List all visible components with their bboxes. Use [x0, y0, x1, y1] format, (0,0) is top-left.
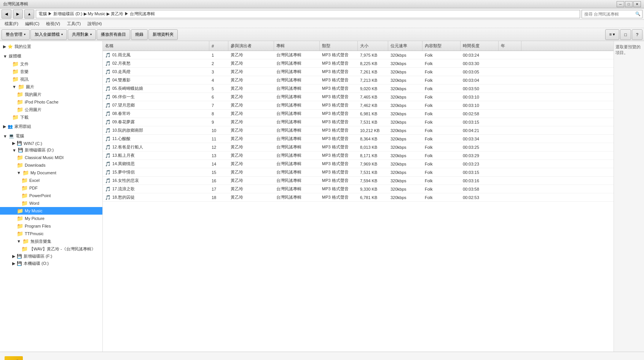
- view-options-button[interactable]: ≡ ▾: [605, 29, 619, 40]
- add-media-button[interactable]: 加入全媒體檔 ▾: [30, 29, 67, 40]
- new-folder-button[interactable]: 新增資料夾: [148, 29, 178, 40]
- sidebar-media-header[interactable]: ▼ 媒體櫃: [0, 52, 102, 60]
- table-row[interactable]: 🎵 15.夢中情侶 15 黃乙玲 台灣民謠專輯 MP3 格式聲音 7,531 K…: [103, 168, 614, 177]
- table-row[interactable]: 🎵 01.雨北風 1 黃乙玲 台灣民謠專輯 MP3 格式聲音 7,975 KB …: [103, 51, 614, 59]
- sidebar-item-pictures[interactable]: ▼ 📁 圖片: [0, 83, 102, 91]
- file-duration: 00:03:34: [461, 137, 499, 141]
- col-album[interactable]: 專輯: [274, 41, 320, 51]
- file-size: 6,981 KB: [358, 112, 388, 116]
- sidebar-item-my-picture[interactable]: 📁 My Picture: [0, 215, 102, 222]
- menu-tools[interactable]: 工具(T): [64, 20, 84, 27]
- table-row[interactable]: 🎵 17.流浪之歌 17 黃乙玲 台灣民謠專輯 MP3 格式聲音 9,330 K…: [103, 185, 614, 193]
- sidebar-item-my-document[interactable]: ▼ 📁 My Document: [0, 169, 102, 177]
- table-row[interactable]: 🎵 12.爸爸是行船人 12 黃乙玲 台灣民謠專輯 MP3 格式聲音 8,013…: [103, 143, 614, 151]
- table-row[interactable]: 🎵 18.愁的囚徒 18 黃乙玲 台灣民謠專輯 MP3 格式聲音 6,781 K…: [103, 193, 614, 202]
- file-content: Folk: [422, 112, 461, 116]
- close-button[interactable]: ✕: [633, 1, 641, 7]
- homegroup-expand-icon: ▶: [3, 124, 6, 129]
- folder-thumbnail: 🎵: [5, 356, 23, 360]
- table-row[interactable]: 🎵 13.船上月夜 13 黃乙玲 台灣民謠專輯 MP3 格式聲音 8,171 K…: [103, 151, 614, 160]
- organize-button[interactable]: 整合管理 ▾: [2, 29, 30, 40]
- menu-file[interactable]: 檔案(F): [2, 20, 21, 27]
- file-name-cell: 🎵 02.月夜愁: [103, 61, 209, 66]
- file-size: 7,261 KB: [358, 70, 388, 74]
- sidebar-item-ipod-cache[interactable]: 📁 iPod Photo Cache: [0, 98, 102, 106]
- table-row[interactable]: 🎵 03.走馬燈 3 黃乙玲 台灣民謠專輯 MP3 格式聲音 7,261 KB …: [103, 68, 614, 76]
- computer-icon: 💻: [9, 134, 14, 139]
- sidebar-item-ttpmusic[interactable]: 📁 TTPmusic: [0, 230, 102, 237]
- table-row[interactable]: 🎵 10.阮的故鄉南部 10 黃乙玲 台灣民謠專輯 MP3 格式聲音 10,21…: [103, 126, 614, 135]
- restore-button[interactable]: □: [625, 1, 633, 7]
- sidebar-item-video[interactable]: 📁 視訊: [0, 75, 102, 83]
- col-size[interactable]: 大小: [358, 41, 388, 51]
- table-row[interactable]: 🎵 16.女性的悲哀 16 黃乙玲 台灣民謠專輯 MP3 格式聲音 7,594 …: [103, 177, 614, 185]
- file-artist: 黃乙玲: [228, 94, 274, 100]
- menu-edit[interactable]: 編輯(C): [22, 20, 42, 27]
- view-pane-button[interactable]: □: [620, 29, 631, 40]
- col-content[interactable]: 內容類型: [422, 41, 461, 51]
- sidebar-item-wav-album[interactable]: 📁 【WAV】黃乙玲 -《台灣民謠專輯》: [0, 245, 102, 253]
- help-button[interactable]: ?: [632, 29, 642, 40]
- file-content: Folk: [422, 128, 461, 133]
- file-type: MP3 格式聲音: [320, 52, 358, 58]
- table-row[interactable]: 🎵 02.月夜愁 2 黃乙玲 台灣民謠專輯 MP3 格式聲音 8,225 KB …: [103, 59, 614, 68]
- sidebar-item-dl[interactable]: 📁 Downloads: [0, 161, 102, 169]
- pictures-expand-icon: ▼: [12, 84, 16, 89]
- sidebar-item-my-music[interactable]: 📁 My Music: [0, 207, 102, 215]
- sidebar-item-music[interactable]: 📁 音樂: [0, 68, 102, 75]
- col-bitrate[interactable]: 位元速率: [388, 41, 422, 51]
- table-row[interactable]: 🎵 11.心酸酸 11 黃乙玲 台灣民謠專輯 MP3 格式聲音 8,364 KB…: [103, 135, 614, 143]
- sidebar-favorites-header[interactable]: ▶ ⭐ 我的位置: [0, 43, 102, 51]
- burn-button[interactable]: 燒錄: [131, 29, 148, 40]
- sidebar-item-my-pictures[interactable]: 📁 我的圖片: [0, 91, 102, 98]
- sidebar-item-powerpoint[interactable]: 📁 PowerPoint: [0, 192, 102, 199]
- forward-button[interactable]: ▶: [13, 10, 23, 19]
- col-num[interactable]: #: [209, 41, 228, 51]
- sidebar-computer-header[interactable]: ▼ 💻 電腦: [0, 132, 102, 140]
- sidebar-item-pdf[interactable]: 📁 PDF: [0, 184, 102, 192]
- file-size: 8,013 KB: [358, 145, 388, 150]
- up-button[interactable]: ▲: [24, 10, 34, 19]
- file-name-cell: 🎵 07.望月思鄉: [103, 102, 209, 108]
- sidebar-item-downloads[interactable]: 📁 下載: [0, 113, 102, 121]
- col-year[interactable]: 年: [499, 41, 521, 51]
- table-row[interactable]: 🎵 14.異鄉情思 14 黃乙玲 台灣民謠專輯 MP3 格式聲音 7,969 K…: [103, 160, 614, 168]
- column-headers: 名稱 # 參與演出者 專輯 類型 大小 位元速率 內容類型 時間長度 年: [103, 41, 614, 51]
- file-size: 7,531 KB: [358, 120, 388, 124]
- sidebar-item-o-drive[interactable]: ▶ 💾 本機磁碟 (O:): [0, 260, 102, 267]
- menu-view[interactable]: 檢視(V): [43, 20, 63, 27]
- file-content: Folk: [422, 103, 461, 108]
- menu-help[interactable]: 說明(H): [84, 20, 105, 27]
- back-button[interactable]: ◀: [2, 10, 11, 19]
- table-row[interactable]: 🎵 06.伴你一生 6 黃乙玲 台灣民謠專輯 MP3 格式聲音 7,465 KB…: [103, 93, 614, 101]
- sidebar-item-f-drive[interactable]: ▶ 💾 新增磁碟區 (F:): [0, 253, 102, 260]
- sidebar-item-documents[interactable]: 📁 文件: [0, 60, 102, 68]
- col-artist[interactable]: 參與演出者: [228, 41, 274, 51]
- file-album: 台灣民謠專輯: [274, 169, 320, 175]
- sidebar-item-d-drive[interactable]: ▼ 💾 新增磁碟區 (D:): [0, 147, 102, 154]
- sidebar-item-public-pictures[interactable]: 📁 公用圖片: [0, 106, 102, 113]
- sidebar-item-word[interactable]: 📁 Word: [0, 199, 102, 207]
- sidebar-item-lossless[interactable]: ▼ 📁 無損音樂集: [0, 237, 102, 245]
- search-input[interactable]: [584, 12, 634, 16]
- file-content: Folk: [422, 137, 461, 141]
- sidebar-item-excel[interactable]: 📁 Excel: [0, 177, 102, 184]
- col-type[interactable]: 類型: [320, 41, 358, 51]
- table-row[interactable]: 🎵 07.望月思鄉 7 黃乙玲 台灣民謠專輯 MP3 格式聲音 7,462 KB…: [103, 101, 614, 110]
- table-row[interactable]: 🎵 05.長崎蝴蝶姑娘 5 黃乙玲 台灣民謠專輯 MP3 格式聲音 9,020 …: [103, 84, 614, 93]
- sidebar-homegroup-header[interactable]: ▶ 👥 家用群組: [0, 123, 102, 131]
- address-path[interactable]: 電腦 ▶ 新增磁碟區 (D:) ▶ My Music ▶ 黃乙玲 ▶ 台灣民謠專…: [36, 10, 580, 18]
- sidebar-item-program-files[interactable]: 📁 Program Files: [0, 222, 102, 230]
- sidebar-item-c-drive[interactable]: ▶ 💾 WIN7 (C:): [0, 140, 102, 147]
- file-artist: 黃乙玲: [228, 111, 274, 116]
- table-row[interactable]: 🎵 04.雙雁影 4 黃乙玲 台灣民謠專輯 MP3 格式聲音 7,213 KB …: [103, 76, 614, 84]
- col-name[interactable]: 名稱: [103, 41, 209, 51]
- minimize-button[interactable]: ─: [617, 1, 624, 7]
- sidebar-favorites-section: ▶ ⭐ 我的位置: [0, 43, 102, 51]
- play-all-button[interactable]: 播放所有曲目: [97, 29, 130, 40]
- table-row[interactable]: 🎵 09.春花夢露 9 黃乙玲 台灣民謠專輯 MP3 格式聲音 7,531 KB…: [103, 118, 614, 126]
- share-button[interactable]: 共用對象 ▾: [68, 29, 96, 40]
- col-duration[interactable]: 時間長度: [461, 41, 499, 51]
- sidebar-item-classical-midi[interactable]: 📁 Classical Music MIDI: [0, 154, 102, 161]
- table-row[interactable]: 🎵 08.春宵吟 8 黃乙玲 台灣民謠專輯 MP3 格式聲音 6,981 KB …: [103, 110, 614, 118]
